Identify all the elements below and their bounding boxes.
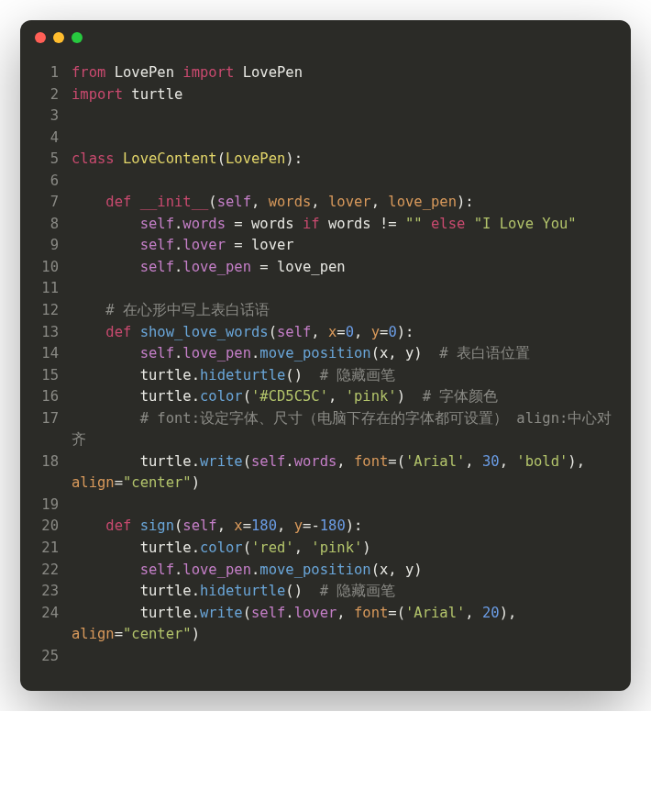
token-op: =-	[303, 517, 320, 534]
line-number: 4	[39, 128, 72, 150]
line-content[interactable]: self.love_pen.move_position(x, y)	[72, 560, 612, 582]
token-pl	[72, 194, 105, 210]
token-self: self	[140, 562, 174, 578]
line-content[interactable]: self.words = words if words != "" else "…	[72, 214, 612, 236]
code-line[interactable]: 6	[39, 171, 612, 193]
line-content[interactable]: def sign(self, x=180, y=-180):	[72, 516, 612, 538]
line-content[interactable]: from LovePen import LovePen	[72, 62, 612, 84]
token-param: love_pen	[388, 194, 457, 210]
code-line[interactable]: 18 turtle.write(self.words, font=('Arial…	[39, 451, 612, 495]
line-content[interactable]: class LoveContent(LovePen):	[72, 149, 612, 171]
token-pl	[72, 345, 140, 362]
line-content[interactable]: # font:设定字体、尺寸（电脑下存在的字体都可设置） align:中心对齐	[72, 408, 612, 451]
line-content[interactable]: self.lover = lover	[72, 235, 612, 257]
token-num: 180	[251, 517, 277, 534]
line-content[interactable]	[72, 171, 612, 193]
line-content[interactable]: turtle.hideturtle() # 隐藏画笔	[72, 365, 612, 387]
token-op: ):	[285, 150, 303, 167]
code-line[interactable]: 21 turtle.color('red', 'pink')	[39, 538, 612, 560]
code-line[interactable]: 11	[39, 278, 612, 300]
code-line[interactable]: 25	[39, 646, 612, 668]
line-content[interactable]: self.love_pen.move_position(x, y) # 表白语位…	[72, 343, 612, 365]
line-content[interactable]: def __init__(self, words, lover, love_pe…	[72, 192, 612, 214]
code-line[interactable]: 22 self.love_pen.move_position(x, y)	[39, 560, 612, 582]
token-pl	[72, 562, 140, 578]
line-content[interactable]: # 在心形中写上表白话语	[72, 300, 612, 322]
line-content[interactable]: turtle.color('red', 'pink')	[72, 538, 612, 560]
token-op: .	[285, 453, 293, 470]
close-icon[interactable]	[35, 32, 46, 43]
code-line[interactable]: 8 self.words = words if words != "" else…	[39, 214, 612, 236]
line-number: 12	[39, 300, 72, 322]
token-op: )	[397, 388, 423, 405]
token-op: ,	[311, 324, 328, 340]
code-line[interactable]: 13 def show_love_words(self, x=0, y=0):	[39, 322, 612, 344]
code-line[interactable]: 2import turtle	[39, 84, 612, 106]
line-content[interactable]	[72, 106, 612, 128]
line-content[interactable]: turtle.write(self.words, font=('Arial', …	[72, 451, 612, 495]
code-line[interactable]: 24 turtle.write(self.lover, font=('Arial…	[39, 603, 612, 646]
line-content[interactable]	[72, 278, 612, 300]
minimize-icon[interactable]	[53, 32, 64, 43]
line-content[interactable]: import turtle	[72, 84, 612, 106]
code-line[interactable]: 9 self.lover = lover	[39, 235, 612, 257]
code-line[interactable]: 5class LoveContent(LovePen):	[39, 149, 612, 171]
code-line[interactable]: 7 def __init__(self, words, lover, love_…	[39, 192, 612, 214]
code-line[interactable]: 10 self.love_pen = love_pen	[39, 257, 612, 279]
code-line[interactable]: 4	[39, 128, 612, 150]
token-op: ),	[500, 605, 525, 621]
token-op: (	[243, 388, 251, 405]
token-kw: import	[72, 86, 123, 103]
line-content[interactable]: turtle.hideturtle() # 隐藏画笔	[72, 581, 612, 603]
line-content[interactable]: turtle.color('#CD5C5C', 'pink') # 字体颜色	[72, 386, 612, 408]
code-line[interactable]: 17 # font:设定字体、尺寸（电脑下存在的字体都可设置） align:中心…	[39, 408, 612, 451]
line-number: 8	[39, 214, 72, 236]
token-pl: turtle	[123, 86, 182, 103]
token-fn: write	[200, 453, 243, 470]
code-area[interactable]: 1from LovePen import LovePen2import turt…	[20, 55, 631, 691]
token-self: self	[217, 194, 251, 210]
token-op: )	[192, 626, 200, 642]
line-content[interactable]	[72, 495, 612, 517]
token-op: .	[174, 345, 182, 362]
line-number: 21	[39, 538, 72, 560]
token-attr: lover	[182, 237, 226, 253]
token-op: (	[208, 194, 216, 210]
code-line[interactable]: 14 self.love_pen.move_position(x, y) # 表…	[39, 343, 612, 365]
code-line[interactable]: 15 turtle.hideturtle() # 隐藏画笔	[39, 365, 612, 387]
token-op: ,	[371, 194, 389, 210]
token-self: self	[140, 237, 174, 253]
code-line[interactable]: 20 def sign(self, x=180, y=-180):	[39, 516, 612, 538]
line-content[interactable]	[72, 646, 612, 668]
token-op: = words	[226, 216, 303, 232]
token-attr: love_pen	[182, 259, 251, 275]
token-op	[465, 216, 473, 232]
code-line[interactable]: 12 # 在心形中写上表白话语	[39, 300, 612, 322]
line-number: 3	[39, 106, 72, 128]
line-number: 2	[39, 84, 72, 106]
token-fn: color	[200, 388, 243, 405]
token-pl: turtle.	[72, 453, 200, 470]
token-op: = lover	[226, 237, 294, 253]
code-line[interactable]: 3	[39, 106, 612, 128]
code-line[interactable]: 16 turtle.color('#CD5C5C', 'pink') # 字体颜…	[39, 386, 612, 408]
maximize-icon[interactable]	[72, 32, 83, 43]
code-line[interactable]: 1from LovePen import LovePen	[39, 62, 612, 84]
token-op: (	[174, 517, 182, 534]
token-kw: def	[105, 517, 131, 534]
line-content[interactable]	[72, 128, 612, 150]
token-fn: hideturtle	[200, 367, 285, 384]
line-content[interactable]: self.love_pen = love_pen	[72, 257, 612, 279]
token-op: .	[285, 605, 293, 621]
token-op: ):	[397, 324, 414, 340]
code-line[interactable]: 23 turtle.hideturtle() # 隐藏画笔	[39, 581, 612, 603]
token-pl: turtle.	[72, 388, 200, 405]
token-op: =	[380, 324, 388, 340]
token-op: (	[243, 539, 251, 556]
token-cmt: # font:设定字体、尺寸（电脑下存在的字体都可设置） align:中心对齐	[72, 410, 612, 449]
code-line[interactable]: 19	[39, 495, 612, 517]
line-content[interactable]: def show_love_words(self, x=0, y=0):	[72, 322, 612, 344]
token-op: ):	[457, 194, 474, 210]
token-op: .	[174, 562, 182, 578]
line-content[interactable]: turtle.write(self.lover, font=('Arial', …	[72, 603, 612, 646]
